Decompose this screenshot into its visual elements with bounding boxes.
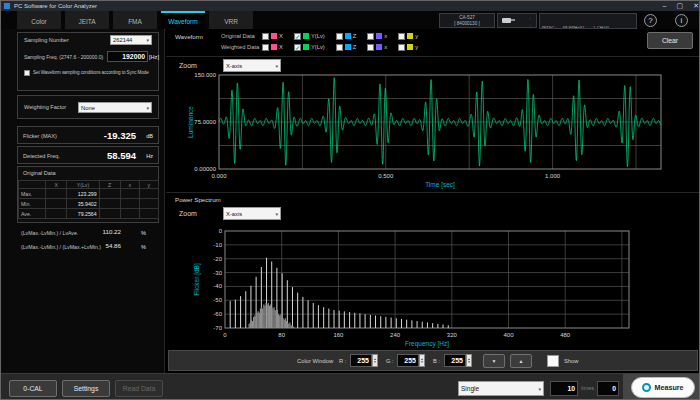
- channel-checkbox-original-Z[interactable]: [336, 33, 343, 40]
- channel-group-original-Y(Lv): ✓Y(Lv): [294, 33, 325, 40]
- read-data-button[interactable]: Read Data: [115, 380, 163, 397]
- ratio2-value: 54.86: [101, 242, 121, 249]
- chevron-down-icon: ▾: [275, 211, 278, 217]
- ratio1-unit: %: [141, 230, 146, 236]
- channel-checkbox-weighted-y[interactable]: [398, 44, 405, 51]
- weighting-factor-label: Weighting Factor: [24, 104, 66, 110]
- table-header: X: [46, 181, 67, 189]
- table-cell-y: 123.299: [67, 189, 99, 199]
- settings-button[interactable]: Settings: [62, 380, 110, 397]
- weighting-factor-select[interactable]: None ▾: [78, 102, 152, 113]
- b-input[interactable]: 255: [444, 354, 466, 367]
- table-cell-y: 35.9402: [67, 199, 99, 209]
- measure-interval-input[interactable]: 0: [597, 381, 619, 396]
- original-data-table: X Y(Lv) Z x y Max. 123.299 Min. 35.9402: [18, 180, 159, 219]
- info-icon: i: [681, 16, 683, 25]
- sampling-number-label: Sampling Number: [24, 37, 69, 43]
- b-spinner[interactable]: ▲ ▼: [466, 354, 472, 367]
- sampling-freq-unit: [Hz]: [149, 54, 159, 60]
- channel-color-swatch-icon: [407, 44, 413, 50]
- weighted-channel-toggles: X✓Y(Lv)Zxy: [262, 43, 418, 51]
- channel-checkbox-original-Y(Lv)[interactable]: ✓: [294, 33, 301, 40]
- sampling-number-value: 262144: [113, 37, 132, 43]
- measurement-status-box: [NTSC : 59.94[Hz]] [ ----- ] CH 00 [Flic…: [539, 13, 637, 29]
- table-cell-y: 79.2564: [67, 209, 99, 219]
- svg-text:-20: -20: [213, 256, 222, 262]
- device-info-box: CA-527 [ 84000130 ]: [439, 13, 495, 28]
- minimize-icon[interactable]: –: [663, 1, 667, 11]
- color-window-panel: Color Window R : 255 ▲ ▼ G : 255 ▲ ▼ B :…: [168, 350, 698, 371]
- channel-label: x: [384, 33, 387, 39]
- svg-text:240: 240: [390, 332, 401, 338]
- channel-color-swatch-icon: [407, 33, 413, 39]
- original-data-title: Original Data: [23, 170, 56, 176]
- channel-checkbox-weighted-X[interactable]: [262, 44, 269, 51]
- tab-jeita[interactable]: JEITA: [65, 11, 109, 29]
- weighted-data-row-label: Weighted Data: [221, 44, 259, 50]
- close-icon[interactable]: ✕: [693, 1, 699, 11]
- waveform-section-title: Waveform: [175, 33, 203, 40]
- color-window-up-button[interactable]: ▲: [510, 354, 532, 368]
- help-icon: ?: [648, 16, 652, 25]
- svg-text:160: 160: [333, 332, 344, 338]
- sampling-panel: Sampling Number 262144 ▾ Sampling Freq. …: [17, 32, 159, 91]
- spinner-down-icon: ▼: [374, 361, 377, 364]
- probe-box: :.: [497, 13, 537, 28]
- app-icon: [4, 3, 10, 9]
- detected-freq-label: Detected Freq.: [23, 153, 60, 159]
- original-data-row-label: Original Data: [221, 33, 255, 39]
- channel-label: y: [415, 44, 418, 50]
- settings-sidebar: Sampling Number 262144 ▾ Sampling Freq. …: [1, 29, 165, 373]
- info-button[interactable]: i: [675, 14, 688, 27]
- detected-freq-value: 58.594: [107, 150, 136, 161]
- tab-vrr[interactable]: VRR: [209, 11, 253, 29]
- sampling-number-select[interactable]: 262144 ▾: [110, 35, 152, 45]
- measure-mode-select[interactable]: Single ▾: [458, 381, 544, 396]
- channel-checkbox-original-X[interactable]: [262, 33, 269, 40]
- help-button[interactable]: ?: [644, 14, 657, 27]
- svg-text:-10: -10: [213, 242, 222, 248]
- channel-checkbox-original-y[interactable]: [398, 33, 405, 40]
- color-window-down-button[interactable]: ▼: [483, 354, 505, 368]
- channel-checkbox-weighted-x[interactable]: [367, 44, 374, 51]
- channel-checkbox-weighted-Z[interactable]: [336, 44, 343, 51]
- table-cell: [139, 209, 158, 219]
- channel-color-swatch-icon: [271, 44, 277, 50]
- ratio2-unit: %: [141, 244, 146, 250]
- g-input[interactable]: 255: [397, 354, 419, 367]
- spectrum-zoom-select[interactable]: X-axis ▾: [223, 207, 281, 220]
- show-checkbox[interactable]: [547, 355, 559, 367]
- flicker-max-unit: dB: [146, 133, 153, 139]
- spinner-down-icon: ▼: [421, 361, 424, 364]
- svg-text:480: 480: [560, 332, 571, 338]
- tab-color[interactable]: Color: [17, 11, 61, 29]
- ratio2-label: (LvMax.-LvMin.) / (LvMax.+LvMin.): [21, 244, 101, 250]
- g-spinner[interactable]: ▲ ▼: [419, 354, 425, 367]
- svg-text:1.000: 1.000: [545, 173, 561, 179]
- table-header: Y(Lv): [67, 181, 99, 189]
- clear-button[interactable]: Clear: [647, 32, 693, 49]
- channel-group-weighted-Z: Z: [336, 44, 357, 51]
- tab-waveform[interactable]: Waveform: [161, 11, 205, 29]
- channel-checkbox-original-x[interactable]: [367, 33, 374, 40]
- power-spectrum-y-axis-label: Flicker [dB]: [193, 263, 201, 296]
- flicker-max-value: -19.325: [104, 130, 136, 141]
- svg-text:150.000: 150.000: [194, 72, 216, 78]
- sync-mode-checkbox[interactable]: [24, 70, 30, 76]
- tab-fma[interactable]: FMA: [113, 11, 157, 29]
- sampling-freq-label: Sampling Freq. (2747.6 - 200000.0): [24, 54, 103, 60]
- svg-text:0: 0: [223, 332, 227, 338]
- maximize-icon[interactable]: ▢: [677, 1, 684, 11]
- sampling-freq-input[interactable]: 192000: [107, 51, 148, 62]
- measure-button[interactable]: Measure: [631, 377, 695, 398]
- zero-cal-button[interactable]: 0-CAL: [9, 380, 57, 397]
- r-input[interactable]: 255: [350, 354, 372, 367]
- spectrum-zoom-label: Zoom: [179, 210, 197, 217]
- channel-checkbox-weighted-Y(Lv)[interactable]: ✓: [294, 44, 301, 51]
- chevron-down-icon: ▾: [146, 37, 149, 43]
- svg-text:320: 320: [447, 332, 458, 338]
- measure-count-input[interactable]: 10: [550, 381, 578, 396]
- svg-text:-50: -50: [213, 297, 222, 303]
- r-spinner[interactable]: ▲ ▼: [372, 354, 378, 367]
- svg-text:-30: -30: [213, 270, 222, 276]
